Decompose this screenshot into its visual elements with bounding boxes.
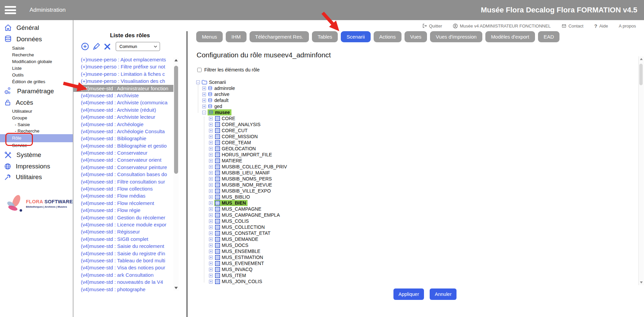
apply-button[interactable]: Appliquer <box>393 288 424 300</box>
sidebar-item-impressions[interactable]: Impressions <box>0 161 73 172</box>
collapse-icon[interactable] <box>202 111 206 114</box>
role-list-item[interactable]: (v4)musee-std : Gestion du récolemer <box>73 214 173 221</box>
role-list-item[interactable]: (v4)musee-std : ark Consultation <box>73 271 173 278</box>
role-list-item[interactable]: (v4)musee-std : Flow médias <box>73 192 173 199</box>
role-scope-select[interactable]: Commun <box>116 42 160 51</box>
tree-node-table[interactable]: MUS_EVENEMENT <box>196 260 289 266</box>
role-list-item[interactable]: (v4)musee-std : Flow récolement <box>73 200 173 207</box>
expand-icon[interactable] <box>202 93 206 96</box>
expand-icon[interactable] <box>209 117 213 120</box>
tree-node-table[interactable]: MUS_CONSTAT_ETAT <box>196 230 289 236</box>
sidebar-subitem[interactable]: Édition de grilles <box>0 78 73 85</box>
sidebar-subitem-utilisateur[interactable]: Utilisateur <box>0 108 73 115</box>
tree-node-table[interactable]: MUSBIB_COLLEC_PUB_PRIV <box>196 164 289 170</box>
tree-node-table[interactable]: CORE_ANALYSIS <box>196 121 289 127</box>
tab[interactable]: Menus <box>196 31 223 42</box>
scrollbar-thumb[interactable] <box>639 64 643 85</box>
role-list-item[interactable]: (v4)musee-std : Archiviste (réduit) <box>73 106 173 113</box>
role-list-item[interactable]: (v4)musee-std : Archiviste <box>73 92 173 99</box>
role-list-item[interactable]: (v4)musee-std : Visa des notices pour <box>73 264 173 271</box>
role-list-item[interactable]: (v4)musee-std : Bibliographie et gestio <box>73 142 173 149</box>
sidebar-subitem[interactable]: Modification globale <box>0 58 73 65</box>
tree-node-table[interactable]: HORUS_IMPORT_FILE <box>196 152 289 158</box>
role-list-item[interactable]: (v4)musee-std : photographe <box>73 286 173 293</box>
scroll-down-icon[interactable] <box>174 287 178 289</box>
scrollbar-thumb[interactable] <box>174 66 178 174</box>
role-list-item[interactable]: (+)musee-perso : Limitation à fiches c <box>73 70 173 77</box>
expand-icon[interactable] <box>209 201 213 205</box>
role-list-item[interactable]: (v4)musee-std : Saisie du registre d'in <box>73 250 173 257</box>
expand-icon[interactable] <box>209 207 213 211</box>
contact-link[interactable]: Contact <box>561 23 584 29</box>
expand-icon[interactable] <box>209 274 213 277</box>
tree-node-table[interactable]: CORE_TEAM <box>196 140 289 146</box>
expand-icon[interactable] <box>209 262 213 265</box>
tab[interactable]: Tables <box>312 31 338 42</box>
role-list-item[interactable]: (+)musee-perso : Visualisation des ch <box>73 77 173 85</box>
role-list-item[interactable]: (v4)musee-std : Archéologie Consulta <box>73 128 173 135</box>
edit-role-icon[interactable] <box>92 43 100 51</box>
expand-icon[interactable] <box>209 135 213 139</box>
role-list-item[interactable]: (+)musee-perso : Ajout emplacements <box>73 56 173 63</box>
tree-node-table[interactable]: MUSBIB_NOM_REVUE <box>196 182 289 188</box>
expand-icon[interactable] <box>209 177 213 181</box>
role-list-item[interactable]: (+)musee-perso : Filtre préfixe sur not <box>73 63 173 70</box>
expand-icon[interactable] <box>209 183 213 187</box>
role-list-item[interactable]: (v4)musee-std : SIGB complet <box>73 235 173 243</box>
expand-icon[interactable] <box>209 147 213 151</box>
sidebar-item-general[interactable]: Général <box>0 22 73 34</box>
tab[interactable]: Téléchargement Res. <box>250 31 309 42</box>
tree-node-schema[interactable]: ged <box>196 103 289 109</box>
cancel-button[interactable]: Annuler <box>430 288 457 300</box>
tab[interactable]: Actions <box>374 31 401 42</box>
expand-icon[interactable] <box>202 105 206 108</box>
role-list-item[interactable]: (v4)musee-std : Saisie du recolement <box>73 243 173 250</box>
scroll-down-icon[interactable] <box>640 281 643 283</box>
tree-node-table[interactable]: MUSBIB_VILLE_EXPO <box>196 188 289 194</box>
expand-icon[interactable] <box>209 165 213 169</box>
expand-icon[interactable] <box>202 99 206 102</box>
tree-node-table[interactable]: MUS_INVACQ <box>196 266 289 272</box>
tree-node-table[interactable]: GEOLOCATION <box>196 146 289 152</box>
tab[interactable]: Vues <box>405 31 427 42</box>
tree-node-table[interactable]: MUS_CAMPAGNE_EMPLA <box>196 212 289 218</box>
scroll-up-icon[interactable] <box>640 58 643 60</box>
expand-icon[interactable] <box>209 244 213 247</box>
tree-node-table[interactable]: MUSBIB_NOMS_PERS <box>196 176 289 182</box>
quit-link[interactable]: Quitter <box>422 23 442 29</box>
tree-node-table[interactable]: CORE <box>196 115 289 121</box>
role-list-item[interactable]: (v4)musee-std : Bibliographie <box>73 135 173 142</box>
expand-icon[interactable] <box>209 141 213 145</box>
tab[interactable]: Modèles d'export <box>485 31 535 42</box>
tab[interactable]: IHM <box>226 31 247 42</box>
tree-node-scenarii-root[interactable]: Scenarii <box>196 79 289 85</box>
filter-elements-checkbox[interactable] <box>197 68 202 72</box>
role-list-item[interactable]: (v4)musee-std : Tableau de bord multi <box>73 257 173 264</box>
tree-node-table[interactable]: MUS_CAMPAGNE <box>196 206 289 212</box>
tree-node-table[interactable]: CORE_CUT <box>196 127 289 134</box>
expand-icon[interactable] <box>209 189 213 193</box>
sidebar-subitem-groupe[interactable]: Groupe <box>0 115 73 121</box>
role-list-item[interactable]: (v4)musee-std : Régisseur <box>73 228 173 235</box>
hamburger-menu-icon[interactable] <box>5 6 16 14</box>
tab[interactable]: Scenarii <box>341 31 370 42</box>
tree-node-table[interactable]: MUS_COLLECTION <box>196 224 289 230</box>
tree-node-table[interactable]: MATIERE <box>196 158 289 164</box>
tree-node-table[interactable]: MUS_DOCS <box>196 242 289 248</box>
sidebar-subitem[interactable]: Recherche <box>0 52 73 58</box>
add-role-icon[interactable] <box>81 42 89 51</box>
sidebar-subitem-groupe-saisie[interactable]: - Saisie <box>0 121 73 128</box>
expand-icon[interactable] <box>209 129 213 133</box>
expand-icon[interactable] <box>209 159 213 163</box>
tree-node-table[interactable]: MUS_COLIS <box>196 218 289 224</box>
role-list-item[interactable]: (v4)musee-std : Filtre consultation sur <box>73 178 173 185</box>
expand-icon[interactable] <box>209 123 213 126</box>
tree-node-table[interactable]: MUS_ITEM <box>196 272 289 278</box>
expand-icon[interactable] <box>202 87 206 90</box>
tree-node-table[interactable]: MUS_BIEN <box>196 200 289 206</box>
expand-icon[interactable] <box>209 153 213 157</box>
sidebar-subitem[interactable]: Outils <box>0 72 73 78</box>
expand-icon[interactable] <box>209 213 213 217</box>
tree-node-table[interactable]: CORE_MISSION <box>196 134 289 140</box>
scroll-up-icon[interactable] <box>174 59 178 61</box>
